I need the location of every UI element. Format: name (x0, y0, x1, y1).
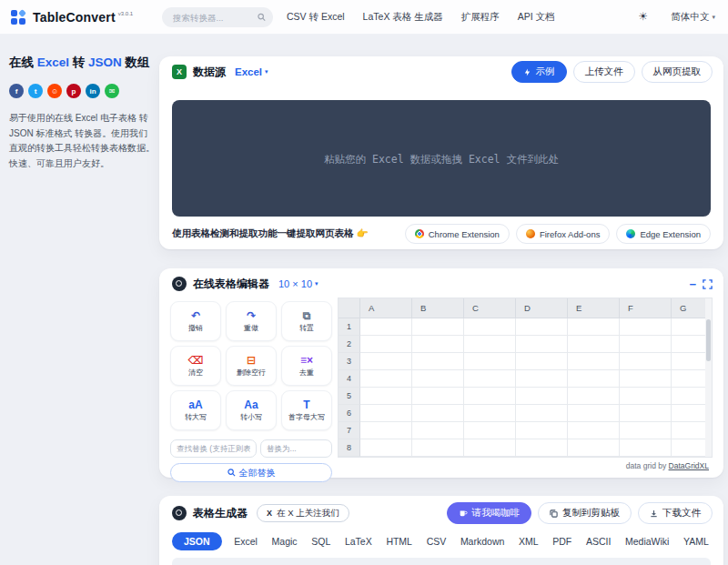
tab-markdown[interactable]: Markdown (459, 532, 506, 550)
capitalize-button[interactable]: T首字母大写 (281, 390, 332, 430)
undo-button[interactable]: ↶撤销 (170, 301, 221, 341)
cell[interactable] (516, 439, 568, 457)
cell[interactable] (464, 370, 516, 388)
tab-yaml[interactable]: YAML (682, 532, 711, 550)
nav-link[interactable]: 扩展程序 (461, 11, 500, 24)
cell[interactable] (568, 405, 620, 422)
reddit-icon[interactable]: ☺ (47, 84, 62, 98)
tab-magic[interactable]: Magic (270, 532, 299, 550)
line-icon[interactable]: ✉ (105, 84, 119, 98)
cell[interactable] (412, 370, 464, 388)
nav-link[interactable]: CSV 转 Excel (287, 11, 345, 24)
row-header[interactable]: 8 (339, 439, 360, 457)
deduplicate-button[interactable]: ≡×去重 (281, 346, 332, 386)
cell[interactable] (620, 336, 672, 353)
grid-size-selector[interactable]: 10 × 10 ▾ (278, 278, 318, 289)
cell[interactable] (568, 353, 620, 370)
tab-sql[interactable]: SQL (309, 532, 332, 550)
facebook-icon[interactable]: f (9, 84, 24, 98)
row-header[interactable]: 6 (339, 405, 360, 422)
cell[interactable] (464, 318, 516, 336)
cell[interactable] (412, 353, 464, 370)
converter-search[interactable] (162, 7, 273, 27)
upload-file-button[interactable]: 上传文件 (573, 61, 635, 83)
cell[interactable] (620, 318, 672, 336)
cell[interactable] (568, 370, 620, 388)
firefox-extension-button[interactable]: Firefox Add-ons (516, 224, 611, 244)
download-file-button[interactable]: 下载文件 (638, 502, 713, 524)
nav-link[interactable]: API 文档 (518, 11, 555, 24)
cell[interactable] (464, 388, 516, 405)
cell[interactable] (568, 439, 620, 457)
transpose-button[interactable]: ⧉转置 (281, 301, 332, 341)
grid-scrollbar[interactable] (705, 298, 712, 457)
theme-toggle-icon[interactable]: ☀ (638, 10, 648, 23)
cell[interactable] (360, 405, 412, 422)
source-type-selector[interactable]: Excel ▾ (235, 66, 268, 77)
row-header[interactable]: 2 (339, 336, 360, 353)
cell[interactable] (412, 422, 464, 439)
replace-all-button[interactable]: 全部替换 (170, 463, 332, 482)
cell[interactable] (412, 318, 464, 336)
row-header[interactable]: 3 (339, 353, 360, 370)
cell[interactable] (360, 388, 412, 405)
cell[interactable] (620, 370, 672, 388)
extract-from-web-button[interactable]: 从网页提取 (642, 61, 713, 83)
column-header[interactable]: F (620, 298, 672, 318)
tab-json[interactable]: JSON (172, 532, 222, 550)
cell[interactable] (412, 439, 464, 457)
cell[interactable] (360, 336, 412, 353)
cell[interactable] (516, 353, 568, 370)
delete-empty-rows-button[interactable]: ⊟删除空行 (226, 346, 277, 386)
find-input[interactable] (170, 439, 257, 458)
cell[interactable] (360, 422, 412, 439)
linkedin-icon[interactable]: in (86, 84, 100, 98)
row-header[interactable]: 1 (339, 318, 360, 336)
cell[interactable] (568, 388, 620, 405)
tab-pdf[interactable]: PDF (551, 532, 573, 550)
logo[interactable]: TableConvert v3.0.1 (11, 10, 133, 25)
cell[interactable] (464, 405, 516, 422)
language-selector[interactable]: 简体中文 ▾ (671, 11, 715, 24)
cell[interactable] (464, 422, 516, 439)
tab-latex[interactable]: LaTeX (343, 532, 374, 550)
cell[interactable] (464, 336, 516, 353)
row-header[interactable]: 4 (339, 370, 360, 388)
chrome-extension-button[interactable]: Chrome Extension (405, 224, 510, 244)
example-button[interactable]: 示例 (511, 61, 567, 83)
grid-corner-cell[interactable] (339, 298, 360, 318)
tab-html[interactable]: HTML (384, 532, 414, 550)
cell[interactable] (620, 388, 672, 405)
datagridxl-link[interactable]: DataGridXL (669, 461, 709, 470)
redo-button[interactable]: ↷重做 (226, 301, 277, 341)
cell[interactable] (360, 439, 412, 457)
row-header[interactable]: 5 (339, 388, 360, 405)
cell[interactable] (568, 422, 620, 439)
spreadsheet-grid[interactable]: ABCDEFG 12345678 (338, 298, 713, 458)
cell[interactable] (568, 336, 620, 353)
cell[interactable] (620, 353, 672, 370)
paste-data-textarea[interactable] (172, 100, 711, 217)
cell[interactable] (620, 422, 672, 439)
cell[interactable] (360, 353, 412, 370)
replace-input[interactable] (260, 439, 332, 458)
buy-coffee-button[interactable]: 请我喝咖啡 (447, 502, 532, 524)
tab-ascii[interactable]: ASCII (584, 532, 612, 550)
cell[interactable] (412, 388, 464, 405)
nav-link[interactable]: LaTeX 表格 生成器 (363, 11, 443, 24)
clear-button[interactable]: ⌫清空 (170, 346, 221, 386)
column-header[interactable]: A (360, 298, 412, 318)
cell[interactable] (516, 370, 568, 388)
edge-extension-button[interactable]: Edge Extension (616, 224, 711, 244)
tab-csv[interactable]: CSV (425, 532, 449, 550)
cell[interactable] (412, 405, 464, 422)
tab-xml[interactable]: XML (517, 532, 541, 550)
cell[interactable] (516, 336, 568, 353)
cell[interactable] (516, 318, 568, 336)
tab-excel[interactable]: Excel (232, 532, 259, 550)
cell[interactable] (620, 439, 672, 457)
cell[interactable] (464, 353, 516, 370)
cell[interactable] (464, 439, 516, 457)
column-header[interactable]: E (568, 298, 620, 318)
collapse-button[interactable]: − (689, 278, 696, 290)
